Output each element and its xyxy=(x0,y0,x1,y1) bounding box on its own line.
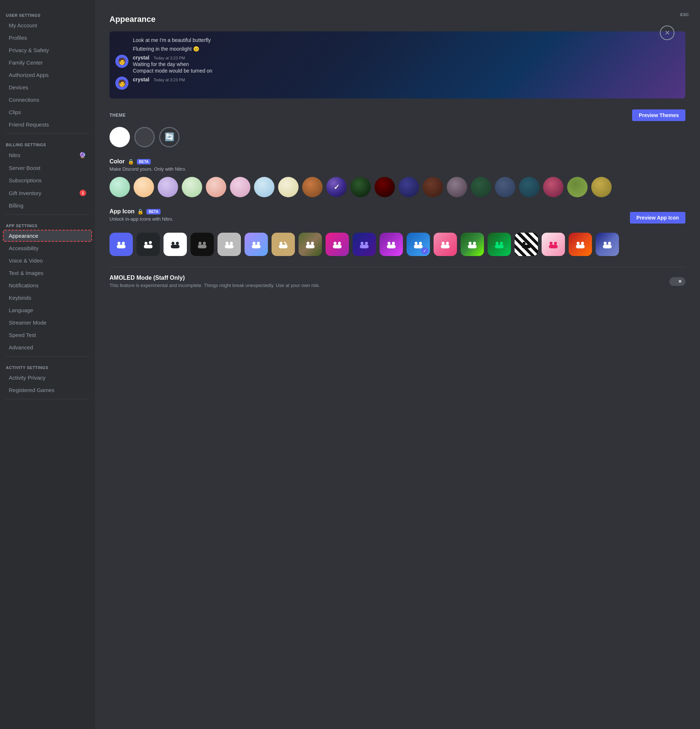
svg-rect-38 xyxy=(441,245,450,248)
svg-point-0 xyxy=(118,242,121,245)
app-icon-galaxy[interactable] xyxy=(352,233,376,256)
app-icon-ghost-white[interactable] xyxy=(218,233,241,256)
sidebar-item-nitro[interactable]: Nitro🔮 xyxy=(3,149,92,161)
preview-app-icon-button[interactable]: Preview App Icon xyxy=(630,212,685,224)
app-icon-orb[interactable] xyxy=(244,233,268,256)
color-lavender[interactable] xyxy=(158,177,178,197)
app-icon-dark-wink[interactable] xyxy=(137,233,160,256)
sidebar-item-label-accessibility: Accessibility xyxy=(9,245,39,251)
color-pine[interactable] xyxy=(471,177,491,197)
app-icon-bunny[interactable] xyxy=(434,233,457,256)
sidebar-item-registered-games[interactable]: Registered Games xyxy=(3,384,92,396)
sidebar-item-label-privacy-safety: Privacy & Safety xyxy=(9,47,49,53)
sidebar-item-privacy-safety[interactable]: Privacy & Safety xyxy=(3,44,92,56)
app-icon-section: App Icon 🔒 BETA Unlock in-app icons with… xyxy=(109,208,685,256)
color-section: Color 🔒 BETA Make Discord yours. Only wi… xyxy=(109,158,685,197)
color-ember[interactable] xyxy=(423,177,443,197)
sidebar-item-connections[interactable]: Connections xyxy=(3,94,92,106)
sidebar-item-label-gift-inventory: Gift Inventory xyxy=(9,190,41,196)
color-blood[interactable] xyxy=(374,177,395,197)
sidebar-item-label-server-boost: Server Boost xyxy=(9,165,41,171)
color-night[interactable] xyxy=(399,177,419,197)
color-sage[interactable] xyxy=(182,177,202,197)
theme-light[interactable] xyxy=(109,127,130,147)
color-gold[interactable] xyxy=(591,177,612,197)
sidebar-item-subscriptions[interactable]: Subscriptions xyxy=(3,174,92,186)
sidebar-item-activity-privacy[interactable]: Activity Privacy xyxy=(3,372,92,383)
svg-rect-56 xyxy=(603,245,612,248)
color-crimson[interactable] xyxy=(543,177,563,197)
svg-point-31 xyxy=(392,242,395,245)
sidebar-item-notifications[interactable]: Notifications xyxy=(3,279,92,291)
app-icon-lock-icon: 🔒 xyxy=(137,209,143,215)
app-icon-default[interactable] xyxy=(109,233,133,256)
amoled-toggle[interactable]: ✕ xyxy=(669,277,685,286)
theme-sync[interactable]: 🔄 xyxy=(159,127,180,147)
chat-message-1: 🧑 crystal Today at 3:23 PM Waiting for t… xyxy=(115,55,680,74)
sidebar-item-profiles[interactable]: Profiles xyxy=(3,32,92,44)
app-icon-pink-streamer[interactable] xyxy=(326,233,349,256)
sidebar-item-label-clips: Clips xyxy=(9,109,21,115)
app-icon-robot-blue[interactable] xyxy=(407,233,430,256)
color-peach[interactable] xyxy=(134,177,154,197)
preview-themes-button[interactable]: Preview Themes xyxy=(632,109,685,121)
app-icon-dark-ghost[interactable] xyxy=(191,233,214,256)
sidebar-item-text-images[interactable]: Text & Images xyxy=(3,267,92,279)
app-icon-header: App Icon 🔒 BETA Unlock in-app icons with… xyxy=(109,208,685,227)
app-icon-kitty[interactable] xyxy=(541,233,565,256)
sidebar-item-my-account[interactable]: My Account xyxy=(3,19,92,31)
color-cream[interactable] xyxy=(278,177,298,197)
app-icon-space[interactable] xyxy=(596,233,619,256)
sidebar-item-advanced[interactable]: Advanced xyxy=(3,341,92,353)
sidebar-item-label-voice-video: Voice & Video xyxy=(9,257,43,264)
color-sky[interactable] xyxy=(254,177,274,197)
sidebar-item-streamer-mode[interactable]: Streamer Mode xyxy=(3,317,92,328)
app-icon-fire[interactable] xyxy=(569,233,592,256)
color-forest[interactable] xyxy=(350,177,371,197)
sidebar-item-billing[interactable]: Billing xyxy=(3,199,92,212)
app-icon-camo[interactable] xyxy=(298,233,322,256)
theme-dark[interactable] xyxy=(134,127,155,147)
color-sunset[interactable] xyxy=(302,177,323,197)
sidebar-item-devices[interactable]: Devices xyxy=(3,81,92,93)
color-blush[interactable] xyxy=(206,177,226,197)
app-icon-matrix[interactable] xyxy=(488,233,511,256)
sidebar-item-keybinds[interactable]: Keybinds xyxy=(3,292,92,304)
chat-timestamp-2: Today at 3:23 PM xyxy=(154,78,185,82)
svg-rect-53 xyxy=(576,245,585,248)
sidebar-item-label-billing: Billing xyxy=(9,202,23,209)
sidebar-item-appearance[interactable]: Appearance xyxy=(3,230,92,242)
app-icon-zebra[interactable] xyxy=(515,233,538,256)
color-mint[interactable] xyxy=(109,177,130,197)
sidebar-item-voice-video[interactable]: Voice & Video xyxy=(3,254,92,267)
sidebar: USER SETTINGSMy AccountProfilesPrivacy &… xyxy=(0,0,95,729)
app-icon-spiky[interactable] xyxy=(163,233,187,256)
color-rose[interactable] xyxy=(230,177,250,197)
color-galaxy-selected[interactable] xyxy=(326,177,347,197)
sidebar-item-label-activity-privacy: Activity Privacy xyxy=(9,375,46,381)
svg-rect-50 xyxy=(549,245,558,248)
sidebar-item-family-center[interactable]: Family Center xyxy=(3,57,92,68)
app-icon-purple-cute[interactable] xyxy=(380,233,403,256)
sidebar-item-language[interactable]: Language xyxy=(3,304,92,316)
sidebar-item-gift-inventory[interactable]: Gift Inventory1 xyxy=(3,187,92,199)
color-dusk[interactable] xyxy=(447,177,467,197)
color-lime-dark[interactable] xyxy=(567,177,588,197)
amoled-subtitle: This feature is experimental and incompl… xyxy=(109,283,320,288)
svg-point-25 xyxy=(338,242,341,245)
sidebar-item-friend-requests[interactable]: Friend Requests xyxy=(3,119,92,131)
sidebar-item-accessibility[interactable]: Accessibility xyxy=(3,242,92,254)
color-slate[interactable] xyxy=(495,177,515,197)
app-icon-alien[interactable] xyxy=(461,233,484,256)
sidebar-item-server-boost[interactable]: Server Boost xyxy=(3,162,92,174)
sidebar-item-clips[interactable]: Clips xyxy=(3,106,92,118)
close-button[interactable]: ✕ xyxy=(660,26,674,40)
svg-point-3 xyxy=(144,242,147,245)
svg-point-52 xyxy=(581,242,584,245)
svg-point-4 xyxy=(149,241,152,244)
color-teal-dark[interactable] xyxy=(519,177,539,197)
sidebar-item-speed-test[interactable]: Speed Test xyxy=(3,329,92,341)
svg-rect-11 xyxy=(198,245,207,248)
sidebar-item-authorized-apps[interactable]: Authorized Apps xyxy=(3,69,92,81)
app-icon-pirate[interactable] xyxy=(272,233,295,256)
